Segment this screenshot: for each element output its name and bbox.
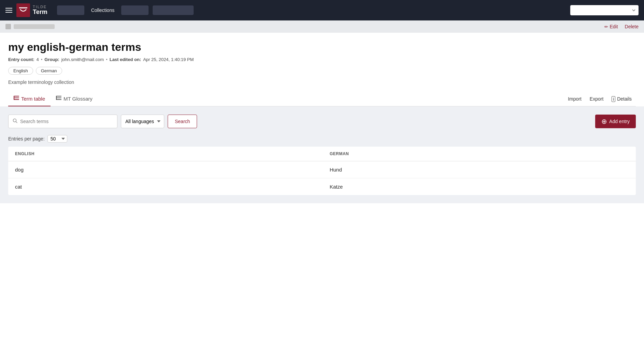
nav-pill-2[interactable] <box>121 5 149 15</box>
export-button[interactable]: Export <box>586 93 607 105</box>
breadcrumb-left <box>5 24 55 29</box>
nav-search-input[interactable] <box>573 8 630 13</box>
cell-german: Katze <box>323 178 636 195</box>
group-value: john.smith@mail.com <box>61 57 104 62</box>
meta-row: Entry count: 4 • Group: john.smith@mail.… <box>8 57 636 62</box>
nav-pill-1[interactable] <box>57 5 84 15</box>
logo-term: Term <box>33 9 47 16</box>
filter-row: All languages English German Search ⊕ Ad… <box>8 115 636 128</box>
logo: TILDE Term <box>16 3 47 17</box>
delete-label: Delete <box>625 24 639 29</box>
info-icon: i <box>612 96 615 102</box>
cell-german: Hund <box>323 161 636 178</box>
import-label: Import <box>568 96 582 102</box>
entry-count-label: Entry count: <box>8 57 34 62</box>
tab-mt-glossary-icon <box>56 96 61 102</box>
svg-rect-7 <box>56 99 61 100</box>
tab-term-table-icon <box>14 96 19 102</box>
lang-tags: English German <box>8 67 636 75</box>
nav-collections[interactable]: Collections <box>91 8 114 13</box>
lang-tag-english: English <box>8 67 33 75</box>
breadcrumb-actions: Edit Delete <box>604 24 639 29</box>
main-content: my english-german terms Entry count: 4 •… <box>0 33 644 106</box>
svg-rect-3 <box>14 99 19 100</box>
logo-text: TILDE Term <box>33 5 47 16</box>
group-label: Group: <box>44 57 59 62</box>
details-label: Details <box>617 96 632 102</box>
entries-per-page-wrap: 10 25 50 100 <box>47 135 67 143</box>
last-edited-value: Apr 25, 2024, 1:40:19 PM <box>143 57 194 62</box>
edit-button[interactable]: Edit <box>604 24 618 29</box>
edit-label: Edit <box>610 24 618 29</box>
svg-rect-8 <box>56 96 57 100</box>
search-icon <box>13 118 17 124</box>
nav-search-chevron-icon <box>632 8 636 12</box>
nav-search-box[interactable] <box>570 5 639 15</box>
search-input[interactable] <box>20 119 113 124</box>
breadcrumb-path <box>14 24 55 29</box>
lang-tag-german: German <box>36 67 62 75</box>
cell-english: dog <box>8 161 323 178</box>
import-button[interactable]: Import <box>564 93 586 105</box>
cell-english: cat <box>8 178 323 195</box>
tab-term-table[interactable]: Term table <box>8 92 51 106</box>
nav-pill-3[interactable] <box>153 5 194 15</box>
col-english: ENGLISH <box>8 147 323 161</box>
svg-rect-5 <box>56 96 61 97</box>
collection-description: Example terminology collection <box>8 79 636 85</box>
svg-rect-1 <box>14 96 19 97</box>
term-table: ENGLISH GERMAN dog Hund cat Katze <box>8 147 636 195</box>
svg-line-10 <box>16 122 17 123</box>
details-button[interactable]: i Details <box>607 93 636 105</box>
col-german: GERMAN <box>323 147 636 161</box>
entries-per-page-select[interactable]: 10 25 50 100 <box>47 135 67 143</box>
table-row[interactable]: cat Katze <box>8 178 636 195</box>
entries-row: Entries per page: 10 25 50 100 <box>8 135 636 143</box>
collection-title: my english-german terms <box>8 41 636 54</box>
svg-rect-2 <box>14 98 19 98</box>
table-row[interactable]: dog Hund <box>8 161 636 178</box>
svg-rect-0 <box>19 8 27 9</box>
table-area: All languages English German Search ⊕ Ad… <box>0 106 644 203</box>
tab-term-table-label: Term table <box>21 96 45 102</box>
entry-count-value: 4 <box>37 57 39 62</box>
add-entry-button[interactable]: ⊕ Add entry <box>595 115 636 128</box>
breadcrumb-home-icon <box>5 24 11 29</box>
logo-box <box>16 3 30 17</box>
svg-rect-4 <box>14 96 14 100</box>
hamburger-menu[interactable] <box>5 8 12 13</box>
tab-mt-glossary[interactable]: MT Glossary <box>51 92 98 106</box>
language-select-wrap: All languages English German <box>121 115 164 128</box>
tab-mt-glossary-label: MT Glossary <box>64 96 93 102</box>
export-label: Export <box>590 96 603 102</box>
last-edited-label: Last edited on: <box>110 57 141 62</box>
svg-rect-6 <box>56 98 61 98</box>
breadcrumb-bar: Edit Delete <box>0 20 644 33</box>
entries-per-page-label: Entries per page: <box>8 136 45 142</box>
tabs-row: Term table MT Glossary Import Export i D… <box>8 92 636 106</box>
delete-button[interactable]: Delete <box>625 24 639 29</box>
search-input-wrap <box>8 115 117 128</box>
top-nav: TILDE Term Collections <box>0 0 644 20</box>
add-entry-label: Add entry <box>609 119 630 124</box>
pencil-icon <box>604 24 608 29</box>
language-select[interactable]: All languages English German <box>121 115 164 128</box>
table-header-row: ENGLISH GERMAN <box>8 147 636 161</box>
search-button[interactable]: Search <box>168 115 197 128</box>
plus-icon: ⊕ <box>601 118 607 125</box>
